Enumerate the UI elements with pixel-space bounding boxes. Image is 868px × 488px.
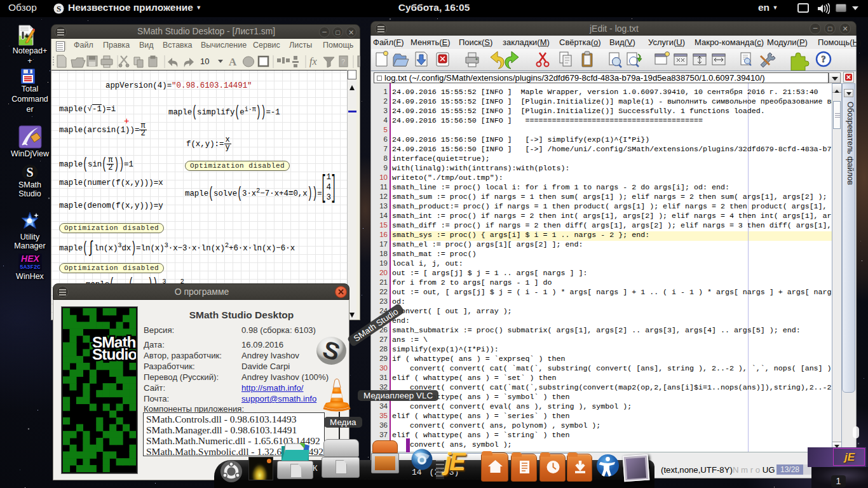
svg-text:10: 10	[200, 57, 209, 66]
svg-text:S: S	[26, 165, 33, 179]
svg-text:5A3F2C: 5A3F2C	[20, 264, 41, 271]
svg-text:S: S	[57, 4, 61, 13]
svg-text:?: ?	[341, 58, 345, 65]
svg-text:fx: fx	[309, 56, 317, 67]
svg-text:A: A	[229, 56, 237, 68]
svg-text:HEX: HEX	[21, 254, 40, 264]
svg-text:?: ?	[822, 55, 826, 64]
